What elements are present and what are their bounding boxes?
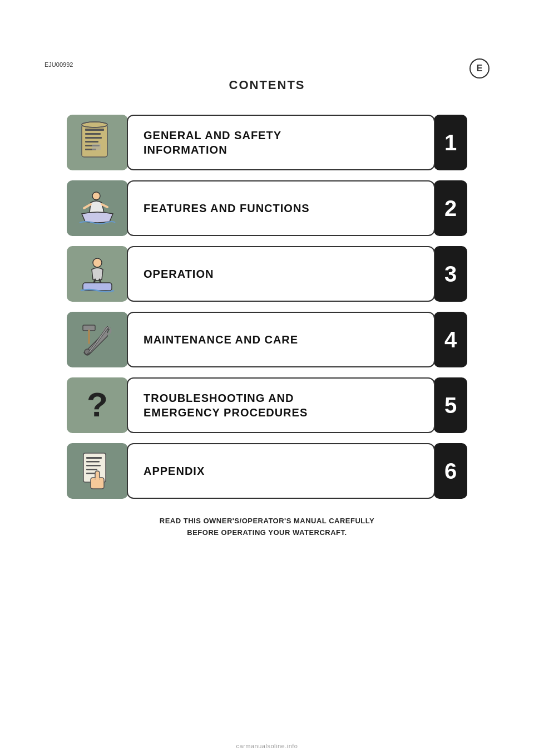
header-area: EJU00992 E CONTENTS: [0, 78, 534, 539]
watercraft-person-icon: [75, 186, 120, 230]
item-label-box-5: TROUBLESHOOTING ANDEMERGENCY PROCEDURES: [127, 377, 435, 433]
svg-rect-3: [85, 137, 102, 139]
doc-code: EJU00992: [44, 61, 73, 68]
icon-box-4: [67, 312, 128, 367]
item-number-6: 6: [444, 459, 457, 484]
manual-hand-icon: [75, 449, 120, 493]
item-number-1: 1: [444, 130, 457, 155]
item-label-text-6: APPENDIX: [144, 464, 205, 478]
item-number-4: 4: [444, 327, 457, 352]
item-number-2: 2: [444, 196, 457, 221]
footer-line-2: BEFORE OPERATING YOUR WATERCRAFT.: [187, 528, 347, 537]
contents-list: GENERAL AND SAFETYINFORMATION 1: [67, 115, 467, 499]
contents-item-4[interactable]: MAINTENANCE AND CARE 4: [67, 312, 467, 367]
watermark: carmanualsoline.info: [0, 743, 534, 749]
svg-line-11: [84, 204, 91, 208]
svg-rect-24: [86, 461, 100, 463]
operation-icon: [75, 252, 120, 296]
item-number-5: 5: [444, 393, 457, 418]
manual-icon: [75, 120, 120, 165]
svg-point-13: [93, 258, 102, 267]
contents-item-1[interactable]: GENERAL AND SAFETYINFORMATION 1: [67, 115, 467, 170]
contents-item-6[interactable]: APPENDIX 6: [67, 443, 467, 499]
svg-rect-9: [92, 144, 101, 150]
svg-rect-26: [86, 469, 97, 470]
item-label-box-6: APPENDIX: [127, 443, 435, 499]
item-label-text-2: FEATURES AND FUNCTIONS: [144, 201, 310, 215]
item-label-box-2: FEATURES AND FUNCTIONS: [127, 180, 435, 236]
item-label-text-5: TROUBLESHOOTING ANDEMERGENCY PROCEDURES: [144, 391, 308, 420]
item-number-box-5: 5: [434, 377, 467, 433]
wrench-icon: [75, 317, 120, 362]
svg-rect-1: [85, 129, 104, 131]
item-label-box-3: OPERATION: [127, 246, 435, 302]
e-badge: E: [469, 58, 490, 78]
item-label-box-4: MAINTENANCE AND CARE: [127, 312, 435, 367]
item-number-box-2: 2: [434, 180, 467, 236]
footer-text: READ THIS OWNER'S/OPERATOR'S MANUAL CARE…: [160, 516, 374, 539]
item-label-box-1: GENERAL AND SAFETYINFORMATION: [127, 115, 435, 170]
svg-text:?: ?: [87, 385, 108, 424]
page-container: EJU00992 E CONTENTS: [0, 0, 534, 756]
icon-box-5: ?: [67, 377, 128, 433]
icon-box-3: [67, 246, 128, 302]
contents-item-5[interactable]: ? TROUBLESHOOTING ANDEMERGENCY PROCEDURE…: [67, 377, 467, 433]
svg-point-10: [92, 192, 100, 200]
page-title: CONTENTS: [229, 78, 305, 92]
icon-box-6: [67, 443, 128, 499]
item-number-box-6: 6: [434, 443, 467, 499]
icon-box-1: [67, 115, 128, 170]
item-number-box-3: 3: [434, 246, 467, 302]
svg-rect-25: [86, 465, 101, 467]
item-label-text-1: GENERAL AND SAFETYINFORMATION: [144, 128, 281, 157]
svg-rect-4: [85, 141, 98, 143]
contents-item-2[interactable]: FEATURES AND FUNCTIONS 2: [67, 180, 467, 236]
item-label-text-4: MAINTENANCE AND CARE: [144, 332, 298, 347]
question-icon: ?: [75, 383, 120, 428]
item-number-box-4: 4: [434, 312, 467, 367]
item-number-3: 3: [444, 262, 457, 287]
footer-line-1: READ THIS OWNER'S/OPERATOR'S MANUAL CARE…: [160, 517, 374, 525]
svg-rect-23: [86, 457, 102, 459]
icon-box-2: [67, 180, 128, 236]
item-label-text-3: OPERATION: [144, 267, 214, 281]
contents-item-3[interactable]: OPERATION 3: [67, 246, 467, 302]
item-number-box-1: 1: [434, 115, 467, 170]
svg-rect-2: [85, 133, 101, 135]
